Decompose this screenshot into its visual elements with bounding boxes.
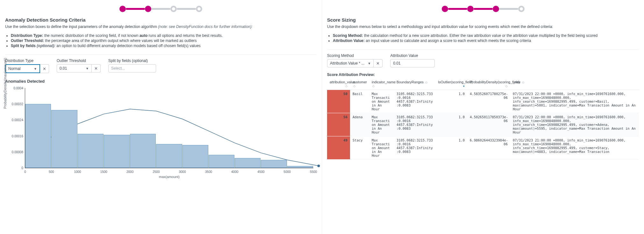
y-tick: 0.0004 <box>7 86 23 90</box>
cell-indicator-name: Max Transaction Amount in An Hour <box>369 90 394 113</box>
x-tick: 1000 <box>74 170 81 174</box>
cell-boundary: 3105.0682:3215.733:0.0016 4457.6387:Infi… <box>394 90 435 113</box>
desc-left-text: Use the selection boxes to define the in… <box>5 24 158 29</box>
y-tick: 0.00024 <box>7 118 23 122</box>
sort-icon: ◇ <box>425 81 427 84</box>
col-boundary-ranges[interactable]: BoundaryRanges ◇ <box>394 78 435 90</box>
divider <box>5 54 317 55</box>
attribution-value-input[interactable]: 0.01 <box>390 59 435 67</box>
hdr-c6: _raw <box>513 80 520 84</box>
scoring-method-clear-button[interactable]: ✕ <box>374 59 383 67</box>
outlier-threshold-select[interactable]: 0.01 ▼ <box>57 64 92 72</box>
chart-bar <box>261 160 287 168</box>
chart-bar <box>51 110 77 168</box>
cell-boundary: 3105.0682:3215.733:0.0016 4457.6387:Infi… <box>394 113 435 136</box>
scoring-bullets: Scoring Method: the calculation method f… <box>333 33 639 44</box>
close-icon: ✕ <box>43 66 46 71</box>
chart-bar <box>25 104 51 168</box>
attribution-value-label: Attribution Value <box>390 53 435 58</box>
param-bullets: Distribution Type: the numeric distribut… <box>11 33 317 49</box>
x-tick: 5000 <box>284 170 291 174</box>
dist-type-select[interactable]: Normal ▼ <box>5 64 40 73</box>
cell-prob-density: 6.986026443323984e-06 <box>467 136 510 160</box>
step-2-dot <box>467 6 474 12</box>
scoring-method-select[interactable]: Attribution Value * ... ▼ <box>327 59 374 67</box>
col-customer[interactable]: customer◇ <box>350 78 369 90</box>
bullet2-text: the percentage area of the algorithm out… <box>44 38 197 43</box>
dist-type-clear-button[interactable]: ✕ <box>40 64 49 73</box>
chart-bar <box>104 135 130 168</box>
x-tick: 1500 <box>100 170 107 174</box>
bullet3-italic: (optional): <box>37 44 55 48</box>
hdr-c2: indicator_name <box>372 80 396 84</box>
sort-icon: ◇ <box>345 85 347 88</box>
density-end-dot <box>317 165 320 167</box>
scoring-method-value: Attribution Value * ... <box>330 61 365 65</box>
bullet-split-fields: Split by fields (optional): an option to… <box>11 44 317 48</box>
x-tick: 5500 <box>310 170 317 174</box>
bullet3-bold: Split by fields <box>11 44 37 48</box>
col-attribution-value[interactable]: attribution_value◇ <box>327 78 350 90</box>
cell-prob-density: 4.583526071780275e-06 <box>467 90 510 113</box>
dist-type-label: Distribution Type <box>5 59 49 63</box>
chevron-down-icon: ▼ <box>368 62 371 65</box>
page-title-right: Score Sizing <box>327 17 639 23</box>
x-tick: 4500 <box>257 170 264 174</box>
bullet1-bold2: auto <box>140 33 147 38</box>
scoring-method-label: Scoring Method <box>327 53 383 58</box>
chart-bar <box>287 166 313 168</box>
y-axis-label: ProbabilityDensity(max(amount)) <box>3 58 7 109</box>
desc-left: Use the selection boxes to define the in… <box>5 24 317 29</box>
cell-prob-density: 4.502650117850373e-06 <box>467 113 510 136</box>
hdr-c0: attribution_value <box>330 80 355 84</box>
cell-indicator-name: Max Transaction Amount in An Hour <box>369 136 394 160</box>
outlier-threshold-value: 0.01 <box>60 66 67 71</box>
sort-icon: ◇ <box>372 85 375 88</box>
table-row[interactable]: 50BasilMax Transaction Amount in An Hour… <box>327 90 639 113</box>
r-bullet1-text: the calculation method for a new score a… <box>363 33 597 38</box>
y-tick: 0.00008 <box>7 150 23 154</box>
x-tick: 0 <box>24 170 26 174</box>
cell-raw: 07/31/2023 21:00:00 +0000, info_min_time… <box>510 136 639 160</box>
x-tick: 4000 <box>231 170 238 174</box>
cell-raw: 07/31/2023 22:00:00 +0000, info_min_time… <box>510 113 639 136</box>
col-is-outlier[interactable]: IsOutlier(scoring_field)▾ <box>435 78 467 90</box>
step-seg-2 <box>151 8 170 10</box>
col-indicator-name[interactable]: indicator_name◇ <box>369 78 394 90</box>
cell-customer: Basil <box>350 90 369 113</box>
cell-customer: Adena <box>350 113 369 136</box>
step-3-dot <box>493 6 499 12</box>
split-fields-input[interactable]: Select... <box>108 64 156 72</box>
r-bullet1-bold: Scoring Method: <box>333 33 363 38</box>
divider <box>327 49 639 50</box>
bullet-scoring-method: Scoring Method: the calculation method f… <box>333 33 639 38</box>
table-row[interactable]: 49StacyMax Transaction Amount in An Hour… <box>327 136 639 160</box>
stepper-right <box>327 0 639 14</box>
step-seg-1 <box>126 8 145 10</box>
cell-boundary: 3105.0682:3215.733:0.0016 4457.6387:Infi… <box>394 136 435 160</box>
chart-bar <box>235 158 261 168</box>
cell-is-outlier: 1.0 <box>435 90 467 113</box>
step-4-dot <box>518 6 525 12</box>
y-tick: 0 <box>7 166 23 170</box>
x-tick: 3000 <box>179 170 186 174</box>
step-1-dot <box>442 6 448 12</box>
r-bullet2-text: an input value used to calculate and ass… <box>365 38 531 43</box>
col-prob-density[interactable]: ProbabilityDensity(scoring_field)◇ <box>467 78 510 90</box>
col-raw[interactable]: _raw ◇ <box>510 78 639 90</box>
cell-customer: Stacy <box>350 136 369 160</box>
chevron-down-icon: ▼ <box>34 67 37 71</box>
x-tick: 500 <box>49 170 54 174</box>
score-preview-table: attribution_value◇ customer◇ indicator_n… <box>327 78 639 160</box>
close-icon: ✕ <box>376 61 380 66</box>
density-chart: ProbabilityDensity(max(amount)) max(amou… <box>5 88 317 180</box>
step-seg-1 <box>448 8 467 10</box>
step-seg-3 <box>177 8 196 10</box>
outlier-threshold-clear-button[interactable]: ✕ <box>92 64 101 72</box>
hdr-c1: customer <box>353 80 367 84</box>
cell-is-outlier: 1.0 <box>435 113 467 136</box>
table-row[interactable]: 56AdenaMax Transaction Amount in An Hour… <box>327 113 639 136</box>
close-icon: ✕ <box>94 66 98 71</box>
chevron-down-icon: ▼ <box>86 67 89 70</box>
step-seg-2 <box>474 8 493 10</box>
